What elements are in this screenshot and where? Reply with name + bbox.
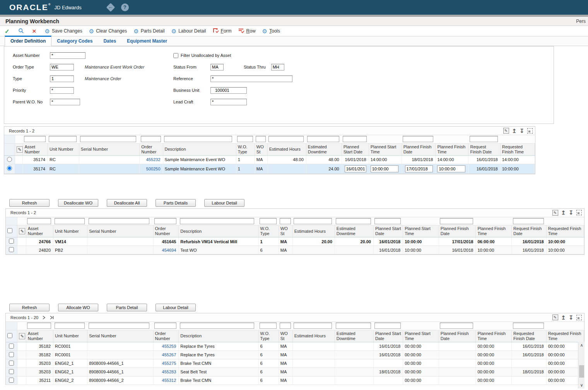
row-select-checkbox[interactable] — [9, 247, 14, 252]
order-number-link[interactable]: 455267 — [162, 352, 176, 357]
column-filter-input[interactable] — [336, 218, 371, 224]
tools-menu-button[interactable]: ⚙Tools — [261, 27, 282, 35]
row-select-radio[interactable] — [7, 166, 12, 171]
export-grid-icon[interactable]: ↥ — [561, 210, 566, 216]
parent-wo-field[interactable] — [50, 99, 80, 105]
expand-grid-icon[interactable] — [527, 128, 533, 134]
lead-craft-field[interactable] — [210, 99, 247, 105]
column-filter-input[interactable] — [374, 218, 400, 224]
labour-detail-button[interactable]: ⚙Labour Detail — [170, 27, 208, 35]
column-filter-input[interactable] — [260, 218, 277, 224]
save-changes-button[interactable]: ⚙Save Changes — [43, 27, 84, 35]
labour-detail-button[interactable]: Labour Detail — [204, 199, 244, 207]
deallocate-all-button[interactable]: Deallocate All — [107, 199, 147, 207]
column-filter-input[interactable] — [280, 323, 291, 329]
deallocate-wo-button[interactable]: Deallocate WO — [58, 199, 98, 207]
ok-button[interactable]: ✓ — [3, 27, 13, 35]
column-filter-input[interactable] — [307, 136, 339, 142]
column-filter-input[interactable] — [280, 218, 291, 224]
column-filter-input[interactable] — [374, 323, 400, 329]
column-filter-input[interactable] — [89, 323, 150, 329]
tab-order-definition[interactable]: Order Definition — [5, 36, 51, 46]
row-select-radio[interactable] — [7, 157, 12, 162]
parts-detail-button[interactable]: Parts Detail — [107, 304, 147, 311]
column-filter-input[interactable] — [80, 136, 136, 142]
select-all-checkbox[interactable] — [7, 228, 12, 233]
column-filter-input[interactable] — [440, 323, 473, 329]
column-filter-input[interactable] — [237, 136, 253, 142]
column-filter-input[interactable] — [55, 323, 85, 329]
row-select-checkbox[interactable] — [9, 352, 14, 357]
customize-grid-icon[interactable]: ✎ — [503, 128, 509, 134]
parts-detail-button[interactable]: ⚙Parts Detail — [132, 27, 166, 35]
cell-input[interactable] — [371, 165, 398, 172]
vertical-scrollbar[interactable]: ∧ ∨ — [578, 342, 585, 388]
expand-grid-icon[interactable] — [576, 210, 582, 215]
column-filter-input[interactable] — [343, 136, 366, 142]
column-filter-input[interactable] — [336, 323, 371, 329]
row-select-checkbox[interactable] — [9, 344, 14, 349]
scroll-up-icon[interactable]: ∧ — [578, 342, 585, 349]
row-select-checkbox[interactable] — [9, 361, 14, 366]
form-menu-button[interactable]: Form — [211, 27, 233, 35]
cell-input[interactable] — [345, 165, 366, 172]
status-from-field[interactable] — [210, 64, 224, 70]
business-unit-field[interactable] — [210, 87, 247, 94]
column-filter-input[interactable] — [440, 218, 473, 224]
customize-grid-icon[interactable]: ✎ — [552, 314, 558, 320]
filter-unallocated-checkbox[interactable] — [173, 53, 178, 58]
order-number-link[interactable]: 455232 — [146, 157, 161, 162]
close-button[interactable]: × — [31, 27, 40, 35]
refresh-button[interactable]: Refresh — [9, 304, 50, 311]
order-number-link[interactable]: 455283 — [162, 369, 176, 374]
order-number-link[interactable]: 454694 — [162, 248, 176, 253]
column-filter-input[interactable] — [256, 136, 266, 142]
column-filter-input[interactable] — [27, 323, 51, 329]
help-icon[interactable]: ? — [121, 3, 129, 11]
column-filter-input[interactable] — [164, 136, 232, 142]
column-filter-input[interactable] — [27, 218, 51, 224]
labour-detail-button[interactable]: Labour Detail — [156, 304, 196, 311]
row-select-checkbox[interactable] — [9, 369, 14, 374]
type-field[interactable] — [50, 76, 74, 82]
tab-equipment-master[interactable]: Equipment Master — [121, 37, 173, 46]
cell-input[interactable] — [437, 165, 465, 172]
order-number-link[interactable]: 455259 — [162, 344, 176, 349]
next-page-icon[interactable] — [42, 316, 46, 320]
clear-changes-button[interactable]: ⚙Clear Changes — [87, 27, 129, 35]
row-menu-button[interactable]: Row — [237, 27, 257, 35]
export-grid-icon[interactable]: ↥ — [512, 128, 517, 134]
import-grid-icon[interactable]: ↧ — [569, 314, 573, 321]
expand-grid-icon[interactable] — [576, 315, 582, 320]
allocate-wo-button[interactable]: Allocate WO — [58, 304, 98, 311]
column-filter-input[interactable] — [403, 136, 433, 142]
column-filter-input[interactable] — [55, 218, 85, 224]
row-select-checkbox[interactable] — [9, 378, 14, 383]
column-filter-input[interactable] — [154, 323, 176, 329]
cell-input[interactable] — [405, 165, 433, 172]
column-filter-input[interactable] — [49, 136, 77, 142]
import-grid-icon[interactable]: ↧ — [520, 128, 524, 134]
column-filter-input[interactable] — [294, 323, 332, 329]
select-all-checkbox[interactable] — [7, 333, 12, 338]
status-thru-field[interactable] — [271, 64, 284, 70]
tab-dates[interactable]: Dates — [98, 37, 121, 46]
navigator-icon[interactable]: ← — [106, 2, 116, 12]
scrollbar-thumb[interactable] — [579, 365, 584, 378]
column-filter-input[interactable] — [180, 218, 254, 224]
reference-field[interactable] — [210, 76, 292, 82]
column-filter-input[interactable] — [470, 136, 498, 142]
parts-details-button[interactable]: Parts Details — [156, 199, 196, 207]
order-number-link[interactable]: 455312 — [162, 378, 176, 383]
column-filter-input[interactable] — [24, 136, 46, 142]
export-grid-icon[interactable]: ↥ — [561, 314, 566, 321]
column-filter-input[interactable] — [268, 136, 303, 142]
order-number-link[interactable]: 455275 — [162, 361, 176, 366]
personalization-link[interactable]: Pers — [576, 19, 586, 24]
column-filter-input[interactable] — [260, 323, 277, 329]
find-button[interactable] — [17, 27, 27, 35]
column-filter-input[interactable] — [180, 323, 254, 329]
column-filter-input[interactable] — [513, 323, 544, 329]
refresh-button[interactable]: Refresh — [9, 199, 50, 207]
column-filter-input[interactable] — [513, 218, 544, 224]
